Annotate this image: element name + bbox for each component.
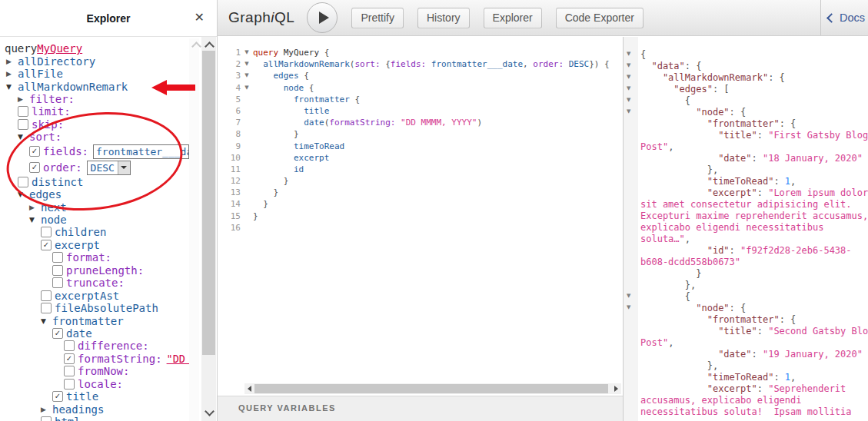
fold-arrow-icon[interactable]: ▼ [241,70,253,81]
explorer-scrollbar[interactable] [201,37,216,421]
expand-triangle-icon[interactable]: ▶ [18,95,29,103]
expand-triangle-icon[interactable]: ▶ [29,204,41,211]
collapse-triangle-icon[interactable]: ▼ [18,133,29,141]
expand-triangle-icon[interactable]: ▶ [6,70,18,78]
checkbox[interactable] [18,119,28,130]
fold-arrow-icon[interactable]: ▼ [627,97,630,103]
explorer-tree-row[interactable]: limit: [0,105,189,118]
scroll-down-icon[interactable] [205,406,215,416]
explorer-tree-row[interactable]: children [0,226,189,238]
checkbox[interactable] [41,416,52,421]
explorer-tree-row[interactable]: excerptAst [0,289,189,301]
scroll-up-icon[interactable] [191,41,201,51]
explorer-tree-row[interactable]: truncate: [0,277,189,289]
explorer-tree-row[interactable]: ✓order:DESC [0,160,189,176]
explorer-tree-row[interactable]: fileAbsolutePath [0,302,189,314]
explorer-tree-row[interactable]: difference: [0,340,189,352]
fold-arrow-icon[interactable]: ▼ [627,74,630,80]
scrollbar-thumb[interactable] [202,51,215,355]
toolbar-button-history[interactable]: History [417,8,470,28]
checkbox[interactable] [64,379,75,390]
toolbar-button-explorer[interactable]: Explorer [484,8,542,28]
toolbar-button-code-exporter[interactable]: Code Exporter [556,8,644,28]
explorer-tree-row[interactable]: pruneLength: [0,264,189,277]
string-value[interactable]: "DD MMMM [167,353,189,365]
checkbox[interactable] [41,290,52,301]
toolbar-button-prettify[interactable]: Prettify [351,8,404,28]
explorer-tree-row[interactable]: ▶allFile [0,68,189,80]
checkbox[interactable] [64,366,75,376]
fold-arrow-icon[interactable]: ▼ [627,304,630,310]
checkbox[interactable] [52,265,63,276]
checkbox[interactable] [52,277,63,288]
explorer-tree-row[interactable]: ✓fields:frontmatter___date [0,144,189,160]
close-icon[interactable]: ✕ [195,10,205,25]
expand-triangle-icon[interactable]: ▶ [6,58,18,65]
explorer-tree-row[interactable]: ▶headings [0,403,189,415]
explorer-tree-row[interactable]: query MyQuery [0,42,189,55]
checkbox[interactable] [18,106,28,117]
fold-arrow-icon[interactable]: ▼ [627,62,630,68]
checkbox-checked[interactable]: ✓ [52,391,63,402]
scroll-right-icon[interactable] [611,383,621,394]
explorer-tree-row[interactable]: locale: [0,378,189,390]
fold-spacer [241,222,253,234]
checkbox-checked[interactable]: ✓ [52,328,63,339]
checkbox[interactable] [18,177,28,187]
explorer-tree-row[interactable]: ✓formatString:"DD MMMM [0,353,189,365]
explorer-tree-row[interactable]: format: [0,251,189,264]
fold-arrow-icon[interactable]: ▼ [241,58,253,70]
query-editor[interactable]: 1▼query MyQuery {2▼ allMarkdownRemark(so… [218,37,623,421]
editor-lines[interactable]: 1▼query MyQuery {2▼ allMarkdownRemark(so… [218,47,623,234]
explorer-tree-row[interactable]: ▶filter: [0,93,189,105]
operation-name[interactable]: MyQuery [37,42,82,55]
explorer-tree-row[interactable]: fromNow: [0,365,189,377]
explorer-tree-row[interactable]: ▼edges [0,188,189,201]
fold-arrow-icon[interactable]: ▼ [627,51,630,57]
result-line: accusamus, explicabo eligendi [640,395,868,406]
order-select[interactable]: DESC [87,161,131,175]
fold-arrow-icon[interactable]: ▼ [627,85,630,91]
explorer-tree-row[interactable]: distinct [0,176,189,188]
collapse-triangle-icon[interactable]: ▼ [18,191,29,198]
explorer-tree-row[interactable]: ✓excerpt [0,239,189,251]
explorer-tree-row[interactable]: ▶allDirectory [0,55,189,67]
explorer-tree-row[interactable]: ▶next [0,201,189,213]
execute-button[interactable] [307,2,338,33]
docs-button[interactable]: Docs [820,0,868,35]
collapse-triangle-icon[interactable]: ▼ [41,317,52,325]
explorer-tree-row[interactable]: skip: [0,118,189,131]
checkbox[interactable] [64,340,75,351]
fold-arrow-icon[interactable]: ▼ [241,82,253,94]
collapse-triangle-icon[interactable]: ▼ [29,216,41,224]
checkbox[interactable] [41,227,52,237]
checkbox-checked[interactable]: ✓ [64,353,75,364]
checkbox-checked[interactable]: ✓ [29,146,40,157]
checkbox[interactable] [41,303,52,313]
explorer-inner-scrollbar[interactable] [189,38,199,421]
scroll-left-icon[interactable] [244,383,254,394]
chevron-down-icon[interactable] [118,161,130,174]
explorer-tree-row[interactable]: html [0,416,189,421]
tree-label: format: [66,251,111,264]
checkbox[interactable] [52,252,63,263]
query-variables-bar[interactable]: QUERY VARIABLES [218,396,623,421]
explorer-tree-row[interactable]: ▼sort: [0,131,189,143]
fold-arrow-icon[interactable]: ▼ [627,293,630,299]
scroll-up-icon[interactable] [205,41,215,51]
explorer-tree-row[interactable]: ▼node [0,214,189,226]
fold-arrow-icon[interactable]: ▼ [627,108,630,114]
fold-arrow-icon[interactable]: ▼ [241,47,253,58]
explorer-tree-row[interactable]: ✓title [0,390,189,403]
scrollbar-thumb[interactable] [254,384,608,393]
checkbox-checked[interactable]: ✓ [29,162,40,173]
collapse-triangle-icon[interactable]: ▼ [6,83,18,91]
checkbox-checked[interactable]: ✓ [41,240,52,250]
explorer-tree-row[interactable]: ✓date [0,327,189,340]
fields-input[interactable]: frontmatter___date [93,144,189,159]
editor-horizontal-scrollbar[interactable] [244,383,621,394]
explorer-tree-row[interactable]: ▼frontmatter [0,314,189,327]
expand-triangle-icon[interactable]: ▶ [41,406,52,413]
explorer-tree-row[interactable]: ▼allMarkdownRemark [0,80,189,92]
result-line: Post", [640,141,868,153]
